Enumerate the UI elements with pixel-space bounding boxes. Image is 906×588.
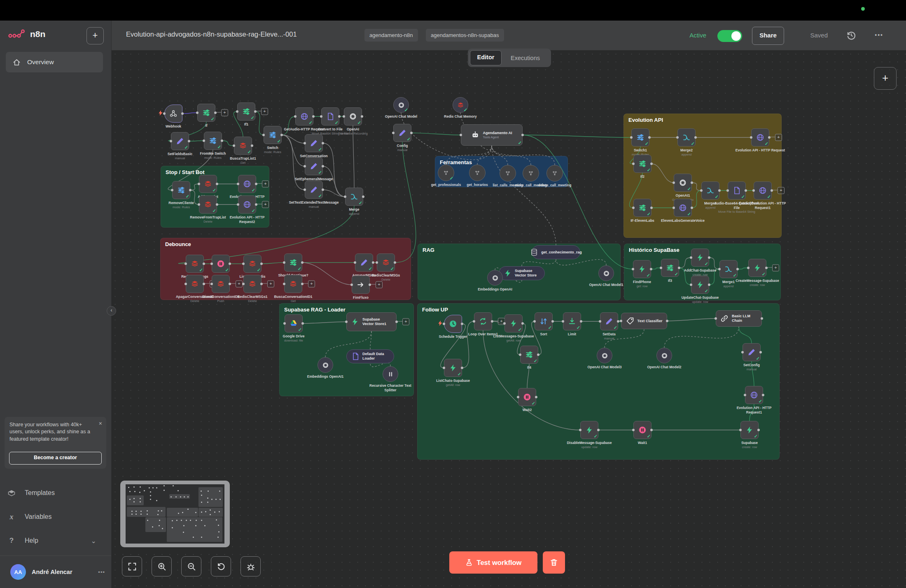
add-connection-icon[interactable]: + — [262, 181, 269, 188]
node-redisclear[interactable]: ✓ — [377, 253, 395, 272]
node-wait[interactable]: ✓ — [212, 255, 230, 273]
node-grava[interactable]: + — [212, 275, 230, 293]
node-t1[interactable]: ✓ — [438, 165, 454, 181]
zoom-in-button[interactable] — [152, 556, 172, 576]
node-removecliente[interactable]: ✓ — [172, 181, 190, 199]
node-if2[interactable]: ✓ — [633, 155, 651, 173]
node-gdrive[interactable]: ✓ — [285, 314, 303, 332]
user-menu[interactable]: AA André Alencar ••• — [10, 563, 105, 581]
node-oai1[interactable]: ✓ — [674, 174, 692, 192]
tag-agendamentos-n8n-supabas[interactable]: agendamentos-n8n-supabas — [426, 29, 504, 42]
node-redisclear1[interactable]: + — [243, 275, 262, 293]
sidebar-item-templates[interactable]: Templates — [7, 485, 104, 501]
node-embed[interactable] — [487, 270, 503, 286]
add-node-button[interactable]: + — [874, 67, 897, 90]
add-connection-icon[interactable]: + — [221, 109, 228, 116]
undo-button[interactable] — [211, 556, 231, 576]
node-listmsgs[interactable]: ✓ — [504, 314, 523, 332]
node-dataloader[interactable]: Default Data Loader — [346, 349, 394, 363]
workflow-title[interactable]: Evolution-api-advogados-n8n-supabase-rag… — [126, 30, 297, 38]
node-fromme[interactable]: ✓ — [204, 132, 222, 150]
tab-editor[interactable]: Editor — [470, 50, 502, 65]
node-wait1[interactable]: ✓ — [633, 421, 651, 439]
sidebar-item-overview[interactable]: Overview — [6, 52, 103, 72]
node-buscatrap[interactable]: ✓ — [234, 137, 252, 155]
node-getaudio[interactable]: ✓ — [295, 107, 313, 126]
sidebar-item-variables[interactable]: x Variables — [7, 509, 104, 525]
node-supanode[interactable]: ✓ — [740, 421, 759, 439]
node-merge2[interactable]: ✓ — [677, 128, 696, 146]
node-agent[interactable]: Agendamento AITools Agent✓ — [461, 124, 523, 146]
node-wait2[interactable]: ✓ — [518, 388, 536, 406]
more-options-icon[interactable]: ••• — [875, 32, 883, 38]
node-shouldcont[interactable]: ✓ — [284, 253, 302, 272]
node-audiob64[interactable]: ✓ — [728, 181, 746, 200]
node-audioevo1[interactable]: ✓+ — [754, 181, 772, 200]
node-fimfluxo[interactable]: + — [352, 276, 370, 294]
node-redismem[interactable]: ✓ — [453, 97, 468, 113]
node-addchat[interactable]: ✓ — [691, 249, 709, 267]
add-connection-icon[interactable]: + — [308, 281, 315, 288]
node-setdata[interactable]: ✓ — [600, 312, 618, 330]
node-oai2[interactable] — [656, 348, 672, 363]
node-oai3[interactable] — [597, 348, 612, 363]
debug-button[interactable] — [241, 556, 261, 576]
user-options-icon[interactable]: ••• — [98, 569, 105, 575]
zoom-out-button[interactable] — [181, 556, 201, 576]
node-createmsg[interactable]: ✓+ — [748, 259, 766, 277]
node-schedule[interactable] — [444, 315, 462, 333]
sidebar-collapse-button[interactable]: ‹ — [107, 306, 116, 316]
node-eleven[interactable]: ✓ — [674, 199, 692, 217]
node-findphone[interactable]: ✓ — [633, 260, 651, 278]
node-t3[interactable] — [500, 165, 516, 181]
node-textclass[interactable]: Text Classifier — [621, 313, 667, 329]
node-merge1[interactable]: ✓ — [719, 260, 738, 278]
node-t5[interactable] — [546, 165, 563, 181]
node-seteph[interactable]: ✓ — [305, 157, 323, 175]
node-svstore[interactable]: Supabase Vector Store — [499, 266, 545, 280]
node-settext[interactable]: ✓ — [305, 181, 323, 199]
node-redispush[interactable]: ✓ — [186, 255, 204, 273]
history-icon[interactable] — [846, 30, 857, 41]
become-creator-button[interactable]: Become a creator — [9, 452, 102, 465]
node-merge[interactable]: ✓ — [345, 188, 363, 206]
close-icon[interactable]: × — [99, 420, 102, 427]
minimap[interactable] — [120, 481, 230, 547]
add-connection-icon[interactable]: + — [261, 108, 268, 115]
node-limit[interactable]: ✓ — [563, 312, 581, 330]
node-webhook[interactable] — [164, 105, 182, 123]
node-if1[interactable]: ✓+ — [237, 102, 255, 121]
node-evohttp2[interactable]: ✓+ — [238, 195, 256, 214]
node-openai[interactable]: ✓ — [344, 107, 362, 126]
add-connection-icon[interactable]: + — [236, 281, 243, 288]
node-buscaconv1[interactable]: + — [284, 275, 302, 293]
node-listamsg[interactable]: ✓ — [243, 255, 262, 273]
tag-agendamento-n8n[interactable]: agendamento-n8n — [364, 29, 418, 42]
node-agrupar[interactable]: ✓ — [355, 253, 373, 272]
node-switch1[interactable]: ✓ — [631, 128, 649, 146]
node-merge3[interactable]: ✓ — [701, 181, 719, 200]
node-evohttp[interactable]: ✓+ — [751, 128, 769, 146]
node-splitter[interactable] — [383, 366, 398, 382]
node-config[interactable]: ✓ — [393, 124, 411, 142]
node-apagar[interactable]: + — [186, 275, 204, 293]
node-switch[interactable]: ✓ — [264, 126, 282, 144]
add-connection-icon[interactable]: + — [778, 187, 785, 194]
add-connection-icon[interactable]: + — [262, 201, 269, 208]
node-oaimodel1[interactable] — [598, 265, 614, 281]
add-connection-icon[interactable]: + — [772, 265, 779, 272]
node-ifeleven[interactable]: ✓ — [633, 199, 651, 217]
add-connection-icon[interactable]: + — [376, 281, 383, 288]
node-addtraplist[interactable]: ✓ — [199, 175, 217, 193]
node-evohttp1b[interactable]: ✓ — [745, 386, 763, 404]
node-setconfig[interactable]: ✓ — [743, 343, 761, 361]
active-toggle[interactable] — [717, 30, 742, 42]
node-t2[interactable] — [469, 165, 486, 181]
group-follow-up[interactable]: Follow UP — [417, 303, 780, 460]
node-embed1[interactable] — [318, 357, 333, 373]
add-connection-icon[interactable]: + — [402, 318, 409, 325]
delete-workflow-button[interactable] — [543, 551, 565, 574]
test-workflow-button[interactable]: Test workflow — [449, 551, 537, 574]
node-convert[interactable]: ✓ — [321, 107, 339, 126]
node-listchats[interactable]: ✓ — [444, 359, 462, 377]
